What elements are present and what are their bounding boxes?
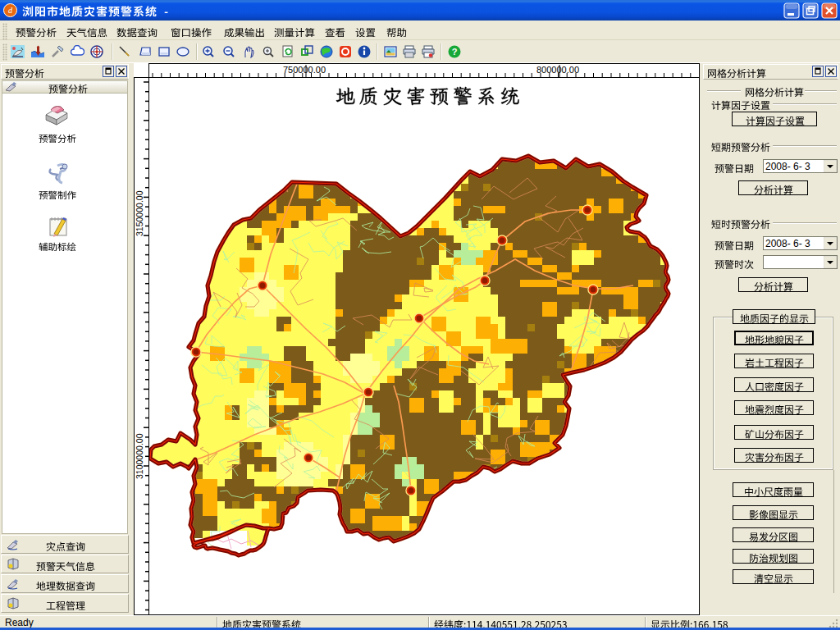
svg-text:?: ? bbox=[452, 47, 458, 57]
